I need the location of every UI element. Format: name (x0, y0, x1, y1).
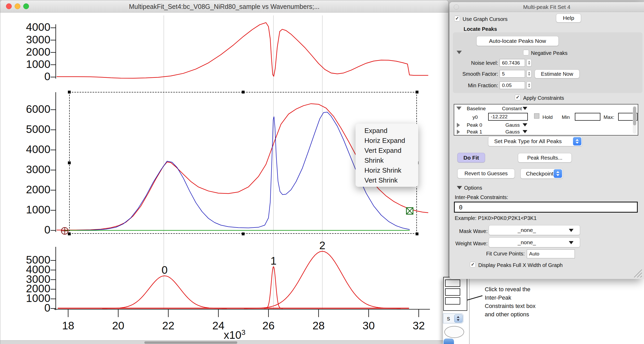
cursor-b-icon[interactable] (406, 207, 414, 215)
screenshot-fragment-row (445, 297, 460, 305)
max-label: Max: (604, 114, 614, 120)
horizontal-scrollbar[interactable] (0, 340, 448, 344)
auto-locate-peaks-button[interactable]: Auto-locate Peaks Now (476, 36, 559, 46)
help-annotation-text: Click to reveal the Inter-Peak Constrain… (485, 285, 594, 319)
graph-window: MultipeakFit_Set4:bc_V08G_NiRd80_sample … (0, 0, 448, 344)
baseline-type-dropdown-icon[interactable] (523, 107, 527, 110)
peak0-disclosure-icon[interactable] (457, 123, 460, 127)
screenshot-fragment-oval (444, 326, 464, 338)
y0-label: y0 (472, 114, 478, 120)
menu-item-expand[interactable]: Expand (356, 126, 418, 136)
inter-peak-constraints-label: Inter-Peak Constraints: (455, 194, 508, 200)
baseline-type-popup[interactable]: Constant (502, 106, 522, 112)
resize-grip-icon[interactable] (631, 267, 642, 278)
peak-results-button[interactable]: Peak Results... (518, 153, 572, 162)
horizontal-scrollbar-thumb[interactable] (144, 341, 237, 344)
marquee-handle-w[interactable] (68, 161, 71, 164)
revert-to-guesses-button[interactable]: Revert to Guesses (457, 169, 515, 178)
peak1-type-popup[interactable]: Gauss (505, 129, 520, 135)
x-axis-unit-label: x103 (224, 328, 245, 341)
weight-wave-label: Weight Wave: (450, 241, 488, 247)
baseline-row-name: Baseline (467, 106, 486, 112)
help-document-window: Click to reveal the Inter-Peak Constrain… (443, 278, 644, 344)
smooth-factor-label: Smooth Factor: (455, 71, 498, 77)
use-graph-cursors-checkbox[interactable] (454, 16, 460, 21)
set-peak-type-label: Set Peak Type for All Peaks (494, 138, 562, 144)
display-peaks-checkbox[interactable] (470, 262, 476, 267)
weight-wave-value: _none_ (489, 239, 565, 246)
weight-wave-dropdown-icon (569, 241, 574, 244)
checkpoint-label: Checkpoint (526, 171, 553, 177)
checkpoint-popup[interactable]: Checkpoint (521, 168, 563, 179)
min-fraction-field[interactable]: 0.05 (500, 81, 525, 89)
do-fit-button[interactable]: Do Fit (457, 153, 485, 162)
peak1-disclosure-icon[interactable] (457, 130, 460, 134)
peak1-row-name: Peak 1 (467, 129, 482, 135)
use-graph-cursors-label: Use Graph Cursors (463, 16, 507, 22)
panel-title: Multi-peak Fit Set 4 (450, 4, 644, 10)
series-peak-0 (102, 276, 227, 308)
mask-wave-label: Mask Wave: (450, 228, 488, 234)
peak0-type-dropdown-icon[interactable] (523, 123, 527, 126)
apply-constraints-label: Apply Constraints (523, 95, 564, 101)
mask-wave-popup[interactable]: _none_ (489, 225, 580, 235)
panel-titlebar[interactable]: Multi-peak Fit Set 4 (450, 2, 644, 12)
fit-curve-points-field[interactable]: Auto (527, 249, 575, 258)
inter-peak-constraints-field[interactable]: 0 (454, 202, 638, 213)
smooth-factor-field[interactable]: 5 (500, 70, 525, 78)
min-fraction-stepper[interactable] (527, 81, 531, 89)
y0-value-field[interactable]: -12.222 (488, 113, 528, 121)
screenshot-fragment-stepper-icon (454, 314, 463, 323)
popup-stepper-icon (573, 137, 581, 145)
peak1-type-dropdown-icon[interactable] (523, 130, 527, 133)
help-button[interactable]: Help (556, 14, 581, 22)
noise-level-label: Noise level: (455, 60, 498, 66)
marquee-handle-nw[interactable] (68, 91, 71, 94)
series-residual (57, 23, 428, 78)
menu-item-horiz-expand[interactable]: Horiz Expand (356, 136, 418, 145)
peak-list: Baseline Constant y0 -12.222 Hold Min Ma… (454, 104, 638, 136)
menu-item-horiz-shrink[interactable]: Horiz Shrink (356, 165, 418, 175)
estimate-now-button[interactable]: Estimate Now (535, 69, 580, 78)
mask-wave-dropdown-icon (569, 229, 574, 232)
screenshot-fragment-row (445, 288, 460, 296)
marquee-handle-ne[interactable] (416, 91, 418, 94)
marquee-context-menu: Expand Horiz Expand Vert Expand Shrink H… (356, 124, 418, 187)
marquee-handle-s[interactable] (242, 232, 245, 235)
peak0-row-name: Peak 0 (467, 122, 482, 128)
marquee-handle-se[interactable] (416, 232, 418, 235)
popup-stepper-icon (554, 169, 562, 178)
set-peak-type-popup[interactable]: Set Peak Type for All Peaks (488, 136, 582, 146)
negative-peaks-label: Negative Peaks (531, 50, 568, 56)
disclosure-triangle-icon[interactable] (457, 51, 462, 54)
fit-curve-points-label: Fit Curve Points: (470, 251, 525, 257)
noise-level-field[interactable]: 60.7436 (500, 59, 525, 67)
negative-peaks-checkbox[interactable] (523, 50, 529, 55)
screenshot-fragment-blue-button (444, 339, 454, 344)
options-heading: Options (464, 185, 482, 191)
min-label: Min (562, 114, 570, 120)
min-value-field[interactable] (575, 113, 600, 121)
marquee-handle-n[interactable] (242, 91, 245, 94)
options-disclosure-icon[interactable] (457, 186, 462, 189)
cursor-a-icon[interactable] (60, 226, 70, 236)
screenshot-fragment-row (445, 279, 460, 287)
peak0-type-popup[interactable]: Gauss (505, 122, 520, 128)
smooth-factor-stepper[interactable] (527, 70, 531, 78)
menu-item-vert-shrink[interactable]: Vert Shrink (356, 175, 418, 185)
weight-wave-popup[interactable]: _none_ (489, 237, 580, 247)
apply-constraints-checkbox[interactable] (515, 95, 521, 100)
mask-wave-value: _none_ (489, 227, 565, 233)
menu-item-shrink[interactable]: Shrink (356, 155, 418, 165)
baseline-disclosure-icon[interactable] (456, 107, 462, 110)
multipeak-fit-panel: Multi-peak Fit Set 4 Use Graph Cursors H… (450, 2, 644, 279)
hold-label: Hold (542, 114, 553, 120)
hold-checkbox[interactable] (534, 113, 539, 119)
locate-peaks-heading: Locate Peaks (464, 26, 497, 32)
peak-list-scrollbar-thumb[interactable] (633, 107, 636, 125)
constraints-example-text: Example: P1K0>P0K0;P2K1<P3K1 (455, 215, 537, 221)
peak-list-scrollbar[interactable] (633, 106, 636, 134)
menu-item-vert-expand[interactable]: Vert Expand (356, 145, 418, 155)
min-fraction-label: Min Fraction: (455, 83, 498, 89)
noise-level-stepper[interactable] (527, 59, 531, 67)
